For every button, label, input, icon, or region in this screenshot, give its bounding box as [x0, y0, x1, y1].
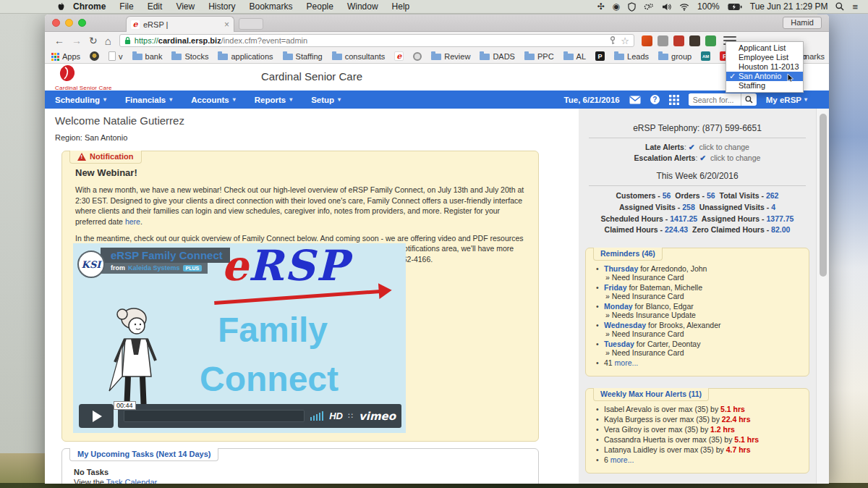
progress-bar[interactable]: [124, 410, 305, 422]
bookmark-group[interactable]: group: [658, 52, 692, 61]
vimeo-logo[interactable]: vimeo: [359, 410, 396, 423]
menu-window[interactable]: Window: [347, 1, 378, 12]
dropdown-item-applicant-list[interactable]: Applicant List: [726, 43, 803, 53]
bookmark-v[interactable]: v: [109, 51, 123, 61]
gears-icon[interactable]: [644, 2, 654, 12]
bookmark-p-badge[interactable]: P: [595, 51, 605, 61]
reminders-tab[interactable]: Reminders (46): [593, 248, 663, 261]
dropdown-item-san-antonio[interactable]: ✓San Antonio: [726, 72, 803, 81]
bookmark-Staffing[interactable]: Staffing: [283, 52, 323, 61]
shield-icon[interactable]: [628, 2, 636, 12]
menu-help[interactable]: Help: [392, 1, 410, 12]
my-ersp-menu[interactable]: My eRSP▾: [766, 96, 807, 104]
family-connect-video[interactable]: KSI eRSP Family Connect from Kaleida Sys…: [73, 243, 406, 433]
menu-bookmarks[interactable]: Bookmarks: [250, 1, 293, 12]
bookmark-bank[interactable]: bank: [132, 52, 163, 61]
dropdown-item-staffing[interactable]: Staffing: [726, 81, 803, 91]
notification-tab[interactable]: Notification: [69, 151, 142, 164]
bookmark-DADS[interactable]: DADS: [480, 52, 515, 61]
menu-chrome[interactable]: Chrome: [73, 1, 106, 12]
reload-button[interactable]: ↻: [89, 35, 98, 46]
fullscreen-icon[interactable]: ∷: [348, 411, 354, 421]
close-window-button[interactable]: [52, 19, 60, 27]
bookmark-am-badge[interactable]: AM: [701, 51, 710, 61]
menubar-clock[interactable]: Tue Jun 21 1:29 PM: [750, 1, 828, 12]
address-bar[interactable]: https://cardinal.ersp.biz/index.cfm?even…: [119, 34, 634, 47]
nav-accounts[interactable]: Accounts▾: [191, 96, 235, 104]
bookmark-Review[interactable]: Review: [431, 52, 470, 61]
play-button[interactable]: [79, 404, 114, 428]
tab-close-icon[interactable]: ×: [224, 20, 229, 30]
menu-edit[interactable]: Edit: [148, 1, 163, 12]
wifi-icon[interactable]: [679, 3, 689, 11]
task-calendar-link[interactable]: Task Calendar...: [106, 478, 163, 484]
bookmark-Leads[interactable]: Leads: [614, 52, 649, 61]
nav-scheduling[interactable]: Scheduling▾: [55, 96, 106, 104]
register-here-link[interactable]: here: [125, 217, 140, 226]
extension-icon-4[interactable]: [705, 35, 716, 46]
stat-label: Claimed Hours -: [605, 225, 665, 234]
bookmark-Apps[interactable]: Apps: [51, 52, 80, 61]
extension-icon-3[interactable]: [689, 35, 700, 46]
bookmark-applications[interactable]: applications: [218, 52, 273, 61]
page-scrollbar[interactable]: [816, 109, 829, 484]
max-hour-alert-item: Kayla Burgess is over max (35) by 22.4 h…: [595, 415, 801, 424]
nav-setup[interactable]: Setup▾: [311, 96, 341, 104]
volume-icon[interactable]: [662, 3, 671, 11]
fan-icon[interactable]: ✣: [597, 1, 605, 12]
extension-icon-1[interactable]: [658, 35, 668, 46]
apple-menu-icon[interactable]: [56, 1, 66, 12]
menu-people[interactable]: People: [307, 1, 333, 12]
dropdown-item-employee-list[interactable]: Employee List: [726, 53, 803, 62]
max-hours-more-link[interactable]: more...: [610, 455, 634, 464]
battery-charging-icon[interactable]: [728, 3, 742, 11]
bookmark-gray-badge[interactable]: [413, 52, 422, 61]
bookmark-consultants[interactable]: consultants: [332, 52, 386, 61]
volume-bars-icon[interactable]: [310, 411, 324, 421]
bookmark-AL[interactable]: AL: [563, 52, 586, 61]
menu-history[interactable]: History: [208, 1, 235, 12]
chrome-profile-button[interactable]: Hamid: [783, 17, 822, 29]
messages-envelope-icon[interactable]: [629, 96, 641, 104]
password-key-icon[interactable]: [609, 36, 616, 45]
bookmark-star-icon[interactable]: ☆: [621, 35, 629, 46]
browser-tab[interactable]: e eRSP | ×: [126, 16, 234, 32]
home-button[interactable]: ⌂: [105, 35, 111, 46]
dropdown-item-houston-11-2013[interactable]: Houston 11-2013: [726, 62, 803, 72]
back-button[interactable]: ←: [54, 35, 64, 46]
late-alerts-row[interactable]: Late Alerts: ✔ click to change: [579, 143, 816, 151]
office-extension-icon[interactable]: [642, 35, 652, 46]
search-submit-button[interactable]: [741, 93, 757, 106]
escalation-alerts-row[interactable]: Escalation Alerts: ✔ click to change: [579, 153, 816, 162]
spotlight-search-icon[interactable]: [835, 2, 844, 11]
bookmark-dark-badge[interactable]: [90, 51, 99, 61]
max-hour-alerts-tab[interactable]: Weekly Max Hour Alerts (11): [593, 388, 709, 401]
help-icon[interactable]: ?: [650, 95, 660, 104]
record-icon[interactable]: ◉: [613, 1, 620, 12]
nav-financials[interactable]: Financials▾: [125, 96, 172, 104]
menu-view[interactable]: View: [176, 1, 195, 12]
notification-center-icon[interactable]: ≡: [852, 1, 858, 12]
bookmark-Stocks[interactable]: Stocks: [171, 52, 208, 61]
chevron-down-icon: ▾: [233, 96, 236, 103]
nav-reports[interactable]: Reports▾: [255, 96, 292, 104]
tasks-tab[interactable]: My Upcoming Tasks (Next 14 Days): [69, 448, 218, 461]
bookmark-ersp-e[interactable]: e: [394, 51, 404, 61]
reminders-list: Thursday for Arredondo, John» Need Insur…: [595, 264, 801, 367]
new-tab-button[interactable]: [239, 18, 263, 30]
reminder-item: Friday for Bateman, Michelle» Need Insur…: [595, 283, 801, 300]
forward-button[interactable]: →: [72, 35, 82, 46]
reminders-more-link[interactable]: more...: [615, 358, 639, 367]
other-bookmarks-clipped[interactable]: marks: [803, 52, 825, 61]
reminder-item: Monday for Blanco, Edgar» Needs Insuranc…: [595, 302, 801, 319]
zoom-window-button[interactable]: [78, 19, 86, 27]
scrollbar-thumb[interactable]: [820, 114, 827, 277]
ksi-banner: KSI eRSP Family Connect from Kaleida Sys…: [77, 248, 230, 278]
menu-file[interactable]: File: [119, 1, 133, 12]
extension-icon-2[interactable]: [673, 35, 684, 46]
minimize-window-button[interactable]: [65, 19, 73, 27]
apps-grid-icon[interactable]: [669, 95, 679, 105]
search-input[interactable]: [689, 94, 741, 105]
hd-badge[interactable]: HD: [329, 411, 343, 421]
bookmark-PPC[interactable]: PPC: [524, 52, 554, 61]
